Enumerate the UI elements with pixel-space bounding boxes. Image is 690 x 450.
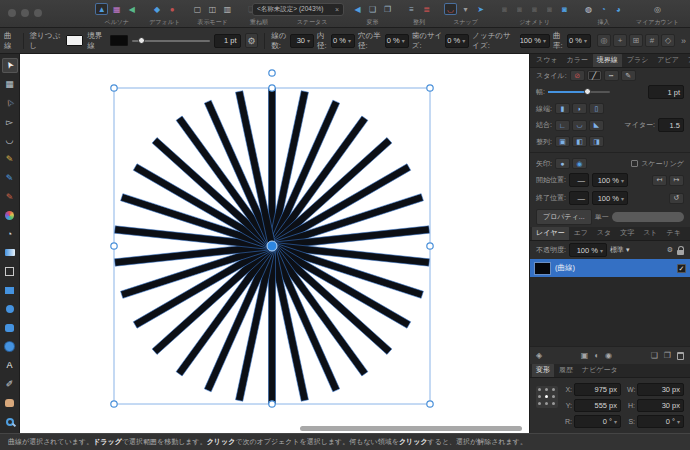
artboard-tool[interactable]: ▦ (2, 77, 18, 92)
document-tab[interactable]: <名称未設定> (2043%) × (252, 3, 344, 16)
insert-top-icon[interactable]: ◔ (597, 3, 610, 15)
new-layer-icon[interactable]: ❏ (651, 351, 658, 360)
fill-swatch[interactable] (66, 35, 83, 46)
stroke-swatch[interactable] (110, 35, 127, 46)
arrow-end-icon[interactable]: ◉ (572, 158, 587, 169)
view-pixel-icon[interactable]: ▥ (221, 3, 234, 15)
swap-arrows2-icon[interactable]: ↦ (669, 175, 684, 186)
vector-brush-tool[interactable]: ✎ (2, 189, 18, 204)
designer-persona-icon[interactable]: ▲ (95, 3, 108, 15)
account-icon[interactable]: ◎ (651, 3, 664, 15)
opacity-value[interactable]: 100 %▾ (569, 243, 607, 257)
parameter-value[interactable]: 100 %▾ (520, 34, 550, 48)
blend-mode-select[interactable]: 標準 ▾ (610, 245, 629, 255)
contour-tool[interactable]: ▻ (2, 114, 18, 129)
join-miter-icon[interactable]: ∟ (555, 120, 570, 131)
rounded-rectangle-tool[interactable] (2, 320, 18, 335)
cap-round-icon[interactable]: ◗ (572, 103, 587, 114)
parameter-value[interactable]: 0 %▾ (567, 34, 591, 48)
end-position-value[interactable]: 100 %▾ (592, 191, 628, 205)
start-position-value[interactable]: 100 %▾ (592, 173, 628, 187)
export-persona-icon[interactable]: ◀ (125, 3, 138, 15)
anchor-dot[interactable] (545, 388, 548, 391)
adjustment-layer-icon[interactable]: ◐ (594, 351, 599, 360)
boolean-merge-icon[interactable]: ◙ (558, 3, 571, 15)
view-single-icon[interactable]: ▢ (191, 3, 204, 15)
insert-inside-icon[interactable]: ◕ (612, 3, 625, 15)
tab-stroke-3[interactable]: ブラシ (623, 54, 653, 67)
stroke-dash-icon[interactable]: ┅ (604, 70, 619, 81)
anchor-dot[interactable] (552, 388, 555, 391)
join-bevel-icon[interactable]: ◣ (589, 120, 604, 131)
end-arrow-select[interactable]: — (569, 191, 589, 205)
defaults-revert-icon[interactable]: ● (166, 3, 179, 15)
parameter-value[interactable]: 0 %▾ (445, 34, 469, 48)
start-arrow-select[interactable]: — (569, 173, 589, 187)
zoom-window-icon[interactable] (34, 9, 42, 17)
snapping-dropdown-icon[interactable]: ▾ (459, 3, 472, 15)
anchor-dot[interactable] (538, 395, 541, 398)
tab-layers-6[interactable]: シン (686, 227, 690, 240)
tab-transform-0[interactable]: 変形 (532, 364, 554, 377)
anchor-dot[interactable] (538, 388, 541, 391)
horizontal-scrollbar[interactable] (300, 426, 522, 431)
cap-square-icon[interactable]: ▯ (589, 103, 604, 114)
color-wheel-icon[interactable] (2, 208, 18, 223)
boolean-intersect-icon[interactable]: ◙ (528, 3, 541, 15)
tab-stroke-4[interactable]: アピア (653, 54, 683, 67)
parameter-value[interactable]: 0 %▾ (385, 34, 409, 48)
tab-layers-4[interactable]: スト (639, 227, 661, 240)
pixel-persona-icon[interactable]: ▦ (110, 3, 123, 15)
snapping-icon[interactable]: ◡ (444, 3, 457, 15)
rotate-canvas-icon[interactable]: ◇ (661, 34, 675, 47)
blend-options-icon[interactable]: ◈ (536, 351, 542, 360)
tab-layers-0[interactable]: レイヤー (532, 227, 569, 240)
scaling-checkbox[interactable] (631, 160, 638, 167)
delete-layer-icon[interactable] (677, 352, 684, 360)
parameter-value[interactable]: 0 %▾ (331, 34, 355, 48)
view-hand-tool[interactable] (2, 395, 18, 410)
close-window-icon[interactable] (8, 9, 16, 17)
stroke-solid-icon[interactable]: ╱ (587, 70, 602, 81)
layer-thumbnail[interactable] (534, 262, 551, 275)
align-center-icon[interactable]: ▣ (555, 136, 570, 147)
swap-arrows-icon[interactable]: ↤ (652, 175, 667, 186)
boolean-subtract-icon[interactable]: ◙ (513, 3, 526, 15)
anchor-dot[interactable] (545, 395, 548, 398)
mask-layer-icon[interactable]: ▣ (581, 351, 589, 360)
width-value[interactable]: 1 pt (648, 85, 684, 99)
overflow-chevron-icon[interactable]: » (681, 36, 686, 46)
rotation-field[interactable]: 0 °▾ (574, 415, 621, 428)
slider-knob[interactable] (138, 37, 145, 44)
stroke-brush-icon[interactable]: ✎ (621, 70, 636, 81)
zoom-tool[interactable] (2, 414, 18, 429)
tab-stroke-5[interactable]: アセッ (684, 54, 690, 67)
stroke-width-slider[interactable] (132, 40, 210, 42)
align-outside-icon[interactable]: ◨ (589, 136, 604, 147)
stroke-width-value[interactable]: 1 pt (214, 34, 241, 48)
arrow-start-icon[interactable]: ● (555, 158, 570, 169)
artistic-text-tool[interactable]: A (2, 358, 18, 373)
alignment-icon[interactable]: ≡ (405, 3, 418, 15)
tab-stroke-1[interactable]: カラー (563, 54, 592, 67)
rectangle-tool[interactable] (2, 283, 18, 298)
tab-stroke-0[interactable]: スウォ (532, 54, 562, 67)
anchor-dot[interactable] (545, 402, 548, 405)
miter-value[interactable]: 1.5 (658, 118, 684, 132)
ellipse-tool[interactable] (2, 302, 18, 317)
view-split-icon[interactable]: ◫ (206, 3, 219, 15)
properties-button[interactable]: プロパティ... (536, 209, 592, 225)
cap-butt-icon[interactable]: ▮ (555, 103, 570, 114)
move-whole-pixels-icon[interactable]: ➤ (474, 3, 487, 15)
grid-icon[interactable]: ⊞ (629, 34, 643, 47)
defaults-sync-icon[interactable]: ◆ (151, 3, 164, 15)
y-field[interactable]: 555 px (574, 399, 621, 412)
boolean-divide-icon[interactable]: ◙ (543, 3, 556, 15)
cog-starburst-tool[interactable] (2, 339, 18, 354)
layer-effects-icon[interactable]: ◉ (605, 351, 612, 360)
canvas[interactable] (20, 54, 529, 433)
corner-tool[interactable]: ◡ (2, 133, 18, 148)
layers-empty-area[interactable] (530, 277, 690, 346)
x-field[interactable]: 975 px (574, 383, 621, 396)
layer-settings-gear-icon[interactable]: ⚙ (667, 246, 673, 254)
